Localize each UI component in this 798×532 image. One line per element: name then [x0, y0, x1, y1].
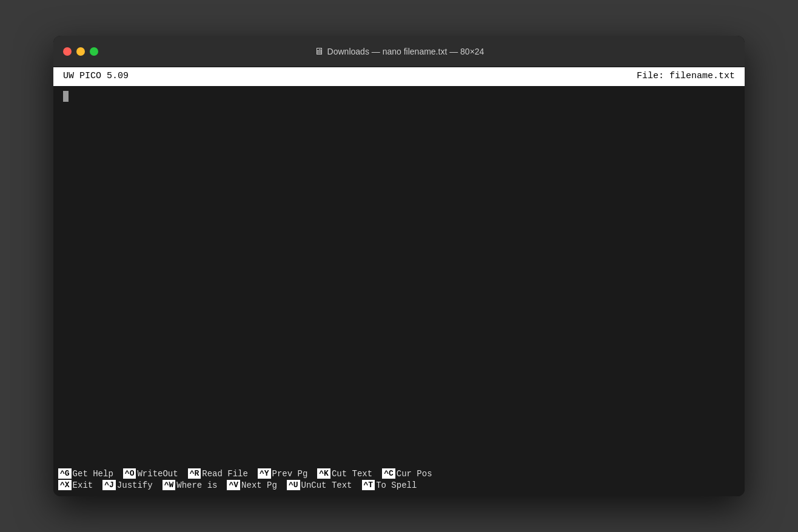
shortcut-key-t: ^T: [362, 480, 375, 490]
shortcut-key-c: ^C: [382, 468, 395, 479]
shortcut-item-cut-text: ^K Cut Text: [317, 468, 380, 479]
traffic-lights: [63, 47, 98, 56]
shortcut-label-where-is: Where is: [176, 480, 217, 490]
nano-filename: File: filename.txt: [637, 70, 735, 84]
shortcut-bar: ^G Get Help ^O WriteOut ^R Read File ^Y …: [53, 466, 745, 496]
shortcut-key-g: ^G: [58, 468, 72, 479]
shortcut-key-k: ^K: [317, 468, 330, 479]
shortcut-row-2: ^X Exit ^J Justify ^W Where is ^V Next P…: [58, 480, 740, 490]
window-icon: 🖥: [314, 46, 324, 57]
shortcut-label-exit: Exit: [73, 480, 93, 490]
shortcut-key-y: ^Y: [258, 468, 271, 479]
shortcut-item-exit: ^X Exit: [58, 480, 100, 490]
shortcut-item-next-pg: ^V Next Pg: [227, 480, 284, 490]
shortcut-label-cur-pos: Cur Pos: [397, 469, 432, 479]
shortcut-key-x: ^X: [58, 480, 72, 490]
text-cursor: [63, 91, 69, 102]
shortcut-item-cur-pos: ^C Cur Pos: [382, 468, 439, 479]
editor-area[interactable]: [53, 86, 745, 467]
shortcut-label-next-pg: Next Pg: [241, 480, 277, 490]
shortcut-label-to-spell: To Spell: [376, 480, 417, 490]
shortcut-key-r: ^R: [188, 468, 201, 479]
nano-header: UW PICO 5.09 File: filename.txt: [53, 67, 745, 86]
shortcut-row-1: ^G Get Help ^O WriteOut ^R Read File ^Y …: [58, 468, 740, 479]
shortcut-item-uncut-text: ^U UnCut Text: [287, 480, 360, 490]
shortcut-label-get-help: Get Help: [73, 469, 113, 479]
shortcut-key-o: ^O: [123, 468, 136, 479]
shortcut-label-prev-pg: Prev Pg: [272, 469, 308, 479]
shortcut-key-u: ^U: [287, 480, 300, 490]
shortcut-label-cut-text: Cut Text: [332, 469, 372, 479]
shortcut-label-read-file: Read File: [202, 469, 248, 479]
shortcut-item-get-help: ^G Get Help: [58, 468, 121, 479]
shortcut-label-uncut-text: UnCut Text: [301, 480, 352, 490]
shortcut-item-where-is: ^W Where is: [163, 480, 225, 490]
window-title: 🖥 Downloads — nano filename.txt — 80×24: [314, 46, 485, 57]
window-title-text: Downloads — nano filename.txt — 80×24: [327, 47, 485, 56]
shortcut-key-v: ^V: [227, 480, 240, 490]
shortcut-label-justify: Justify: [117, 480, 153, 490]
shortcut-item-read-file: ^R Read File: [188, 468, 255, 479]
nano-version: UW PICO 5.09: [63, 70, 129, 84]
shortcut-key-w: ^W: [163, 480, 176, 490]
shortcut-key-j: ^J: [102, 480, 116, 490]
close-button[interactable]: [63, 47, 72, 56]
shortcut-item-prev-pg: ^Y Prev Pg: [258, 468, 315, 479]
minimize-button[interactable]: [76, 47, 85, 56]
maximize-button[interactable]: [90, 47, 98, 56]
titlebar: 🖥 Downloads — nano filename.txt — 80×24: [53, 36, 745, 67]
shortcut-label-writeout: WriteOut: [137, 469, 178, 479]
shortcut-item-writeout: ^O WriteOut: [123, 468, 186, 479]
shortcut-item-justify: ^J Justify: [102, 480, 159, 490]
terminal-window: 🖥 Downloads — nano filename.txt — 80×24 …: [53, 36, 745, 496]
terminal-body[interactable]: UW PICO 5.09 File: filename.txt ^G Get H…: [53, 67, 745, 496]
shortcut-item-to-spell: ^T To Spell: [362, 480, 424, 490]
